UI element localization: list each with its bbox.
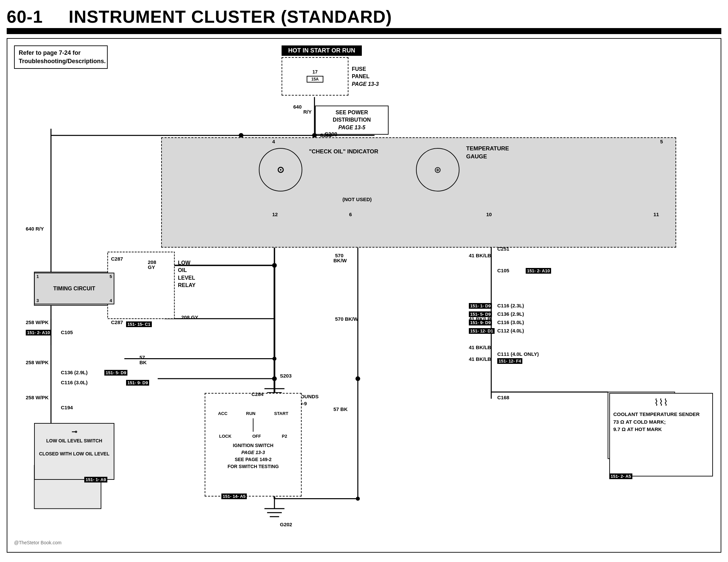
ref-line2: Troubleshooting/Descriptions.: [19, 58, 106, 64]
svg-point-48: [356, 497, 360, 501]
c105-right: C105: [497, 268, 509, 273]
pin4: 4: [110, 298, 112, 303]
svg-point-25: [273, 357, 277, 361]
c194-label: C194: [61, 405, 73, 410]
c116-23l: C116 (2.3L): [497, 303, 524, 308]
page: 60-1 INSTRUMENT CLUSTER (STANDARD): [0, 0, 728, 562]
pin3: 3: [36, 298, 39, 303]
wire-57-bk-right: 57 BK: [333, 406, 348, 412]
terminal-5: 5: [660, 139, 663, 144]
terminal-4: 4: [272, 139, 275, 144]
pin-151-1-a9: 151- 1- A9: [84, 476, 107, 482]
fuse-panel-label: FUSE PANEL PAGE 13-3: [352, 65, 379, 88]
c105-left: C105: [61, 329, 73, 335]
wire-208-gy2: GY: [148, 264, 155, 270]
check-oil-indicator: ⊙: [259, 148, 302, 191]
power-dist-line2: DISTRIBUTION: [333, 117, 371, 123]
low-oil-switch-label: ⊸ LOW OIL LEVEL SWITCH CLOSED WITH LOW O…: [35, 424, 114, 461]
svg-point-20: [355, 376, 360, 381]
temp-gauge-label: TEMPERATUREGAUGE: [466, 145, 509, 161]
fuse-label: FUSE: [352, 66, 366, 72]
diagram-area: Refer to page 7-24 for Troubleshooting/D…: [7, 38, 721, 553]
ref-line1: Refer to page 7-24 for: [19, 49, 81, 56]
fuse-sublabel: PANEL: [352, 74, 370, 79]
svg-point-17: [272, 376, 277, 381]
wire-258-wpk: 258 W/PK: [26, 319, 48, 325]
pin-151-14-a5: 151- 14- A5: [221, 493, 247, 499]
c168-label: C168: [497, 395, 509, 400]
pin-151-12-f4: 151- 12- F4: [497, 358, 522, 364]
terminal-12: 12: [272, 212, 278, 217]
coolant-sender-label: COOLANT TEMPERATURE SENDER 73 Ω AT COLD …: [613, 411, 709, 433]
coolant-sender-box: ⌇⌇⌇ COOLANT TEMPERATURE SENDER 73 Ω AT C…: [609, 393, 713, 476]
pin-151-2-a10-left: 151- 2- A10: [26, 329, 51, 335]
resistor-symbol: ⌇⌇⌇: [613, 397, 709, 408]
ignition-switch-label: ACC RUN START LOCK OFF P2 IGNITION SWITC…: [205, 394, 301, 473]
svg-rect-41: [108, 252, 174, 318]
s203-label: S203: [280, 373, 292, 379]
hot-box: HOT IN START OR RUN: [282, 45, 362, 56]
wire-41-40only: 41 BK/LB: [469, 344, 491, 350]
not-used-label: (NOT USED): [342, 196, 372, 202]
fuse-number: 17: [312, 69, 318, 75]
terminal-11: 11: [653, 212, 659, 217]
terminal-10: 10: [486, 212, 492, 217]
timing-circuit-label: TIMING CIRCUIT: [53, 286, 95, 292]
wire-640-left: 640 R/Y: [26, 226, 44, 232]
diagram-title: INSTRUMENT CLUSTER (STANDARD): [69, 7, 392, 26]
timing-circuit-box: TIMING CIRCUIT 1 5 3 4: [34, 273, 114, 304]
low-oil-relay-label: LOWOILLEVELRELAY: [178, 259, 196, 289]
page-number: 60-1: [7, 7, 43, 26]
wire-41-bklb-1: 41 BK/LB: [469, 253, 491, 258]
wire-258-wpk-2: 258 W/PK: [26, 360, 48, 365]
ignition-positions: ACC RUN START LOCK OFF P2: [209, 410, 298, 439]
wire-570-btm: 570 BK/W: [335, 316, 358, 322]
c111-40only: C111 (4.0L ONLY): [497, 351, 539, 357]
pin-151-2-a10-right: 151- 2- A10: [526, 268, 551, 274]
fuse-panel-box: 17 15A: [282, 57, 348, 96]
c116-230l: C116 (3.0L): [61, 380, 88, 385]
title-bar: [7, 28, 721, 34]
fuse-rating: 15A: [311, 77, 319, 82]
wire-bkw-top: BK/W: [333, 258, 347, 263]
pin-151-5-d9-right: 151- 5- D9: [104, 370, 127, 376]
reference-box: Refer to page 7-24 for Troubleshooting/D…: [14, 45, 108, 69]
wire-258-wpk-3: 258 W/PK: [26, 395, 48, 400]
c136-29l2: C136 (2.9L): [497, 311, 524, 317]
cluster-box: ⊙ "CHECK OIL" INDICATOR ⊛ TEMPERATUREGAU…: [161, 137, 676, 248]
pin-151-15-c1: 151- 15- C1: [126, 321, 152, 327]
page-title: 60-1 INSTRUMENT CLUSTER (STANDARD): [7, 7, 721, 27]
c287-top: C287: [111, 256, 123, 262]
pin2: 5: [110, 274, 112, 279]
c251-right: C251: [497, 246, 509, 252]
svg-point-13: [272, 263, 277, 268]
s208-dot-label: ● S208: [320, 132, 337, 138]
wire-208-gy-2: 208 GY: [181, 314, 198, 320]
low-oil-switch-box: ⊸ LOW OIL LEVEL SWITCH CLOSED WITH LOW O…: [34, 423, 114, 480]
power-dist-box: SEE POWER DISTRIBUTION PAGE 13-5: [315, 106, 389, 135]
ignition-switch-box: ACC RUN START LOCK OFF P2 IGNITION SWITC…: [205, 393, 302, 497]
fuse-page-ref: PAGE 13-3: [352, 81, 379, 87]
pin1: 1: [36, 274, 39, 279]
wire-640-ry-top: 640: [293, 104, 302, 110]
c112-40l: C112 (4.0L): [497, 328, 524, 333]
pin-151-1-d9: 151- 1- D9: [469, 303, 492, 309]
c136-29l: C136 (2.9L): [61, 370, 88, 375]
wire-41-bklb-3: 41 BK/LB: [469, 356, 491, 362]
c287-bottom: C287: [111, 319, 123, 325]
watermark: @TheStetor Book.com: [14, 540, 62, 545]
pin-151-9-d9-r: 151- 9- D9: [469, 319, 492, 325]
c284-label: C284: [251, 391, 264, 397]
temperature-gauge-circle: ⊛: [416, 148, 459, 191]
hot-label: HOT IN START OR RUN: [288, 47, 355, 54]
c116-30l: C116 (3.0L): [497, 319, 524, 325]
terminal-6: 6: [349, 212, 352, 217]
wire-ry-top: R/Y: [303, 109, 312, 115]
power-dist-line1: SEE POWER: [336, 110, 368, 115]
power-dist-page: PAGE 13-5: [338, 125, 366, 130]
pin-151-2-a5: 151- 2- A5: [609, 473, 632, 479]
pin-151-12-d1: 151- 12- D1: [469, 328, 495, 334]
g202-label: G202: [280, 522, 292, 527]
check-oil-label: "CHECK OIL" INDICATOR: [309, 148, 378, 155]
wire-bk: BK: [139, 360, 147, 365]
